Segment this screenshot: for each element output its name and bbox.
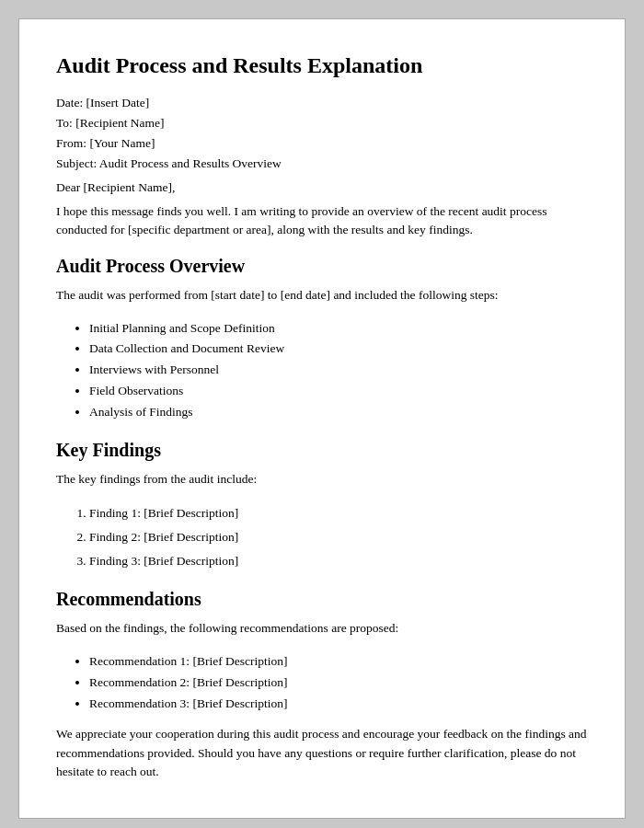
list-item: Interviews with Personnel <box>89 360 588 381</box>
list-item: Field Observations <box>89 381 588 402</box>
meta-to: To: [Recipient Name] <box>56 116 588 131</box>
list-item: Data Collection and Document Review <box>89 339 588 360</box>
section-heading-audit-process: Audit Process Overview <box>56 256 588 277</box>
meta-from: From: [Your Name] <box>56 136 588 151</box>
meta-date: Date: [Insert Date] <box>56 96 588 110</box>
meta-subject: Subject: Audit Process and Results Overv… <box>56 156 588 171</box>
audit-process-intro: The audit was performed from [start date… <box>56 286 588 305</box>
list-item: Initial Planning and Scope Definition <box>89 318 588 339</box>
document-title: Audit Process and Results Explanation <box>56 52 588 79</box>
recommendations-list: Recommendation 1: [Brief Description]Rec… <box>89 651 588 715</box>
section-heading-recommendations: Recommendations <box>56 589 588 610</box>
closing-paragraph: We appreciate your cooperation during th… <box>56 725 588 781</box>
list-item: Recommendation 1: [Brief Description] <box>89 651 588 673</box>
key-findings-list: Finding 1: [Brief Description]Finding 2:… <box>89 501 588 572</box>
recommendations-intro: Based on the findings, the following rec… <box>56 619 588 638</box>
list-item: Analysis of Findings <box>89 402 588 423</box>
list-item: Finding 2: [Brief Description] <box>89 525 588 549</box>
list-item: Recommendation 3: [Brief Description] <box>89 694 588 715</box>
audit-process-list: Initial Planning and Scope DefinitionDat… <box>89 318 588 424</box>
list-item: Finding 1: [Brief Description] <box>89 501 588 525</box>
list-item: Recommendation 2: [Brief Description] <box>89 673 588 694</box>
list-item: Finding 3: [Brief Description] <box>89 549 588 573</box>
document-container: Audit Process and Results Explanation Da… <box>18 18 626 819</box>
section-heading-key-findings: Key Findings <box>56 440 588 461</box>
key-findings-intro: The key findings from the audit include: <box>56 470 588 489</box>
dear-line: Dear [Recipient Name], <box>56 180 588 195</box>
intro-paragraph: I hope this message finds you well. I am… <box>56 202 588 240</box>
